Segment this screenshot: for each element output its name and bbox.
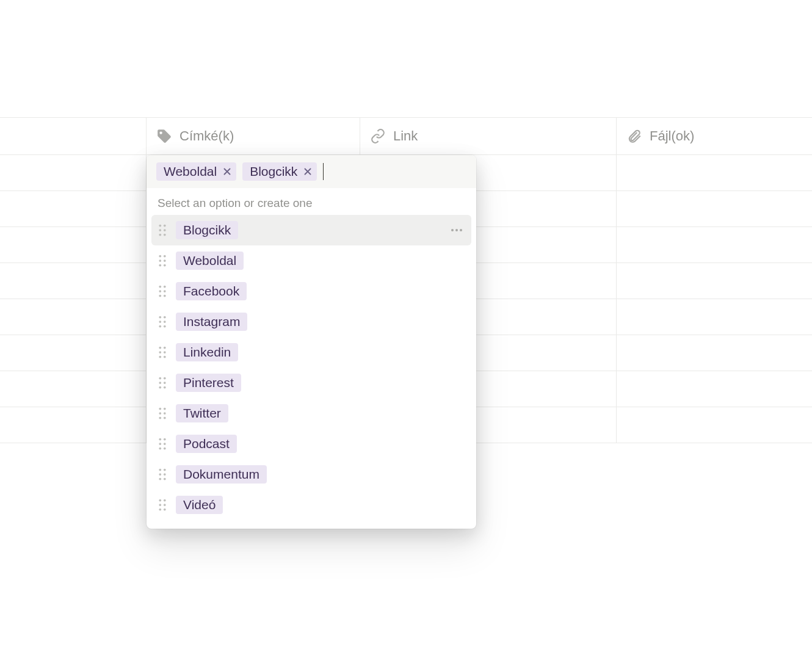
svg-point-15 [159,286,161,288]
svg-point-25 [159,325,161,328]
column-header-files-label: Fájl(ok) [650,128,694,144]
svg-point-22 [164,316,166,319]
drag-handle-icon[interactable] [158,346,167,358]
tag-option-label: Weboldal [176,252,244,270]
tag-option-label: Videó [176,496,223,514]
svg-point-58 [164,499,166,502]
svg-point-24 [164,321,166,323]
svg-point-27 [159,347,161,349]
svg-point-61 [159,509,161,511]
drag-handle-icon[interactable] [158,224,167,236]
svg-point-34 [164,377,166,380]
drag-handle-icon[interactable] [158,316,167,328]
svg-point-10 [164,255,166,258]
svg-point-4 [159,234,161,236]
tag-icon [156,128,172,144]
tag-option[interactable]: Pinterest [151,368,471,398]
tag-option[interactable]: Dokumentum [151,459,471,490]
svg-point-6 [451,229,454,231]
tag-select-input[interactable]: WeboldalBlogcikk [147,155,476,188]
svg-point-53 [159,473,161,476]
selected-tag-label: Blogcikk [250,164,297,179]
drag-handle-icon[interactable] [158,377,167,389]
tag-option-label: Twitter [176,404,228,422]
drag-handle-icon[interactable] [158,407,167,419]
table-header-hidden [0,118,147,154]
svg-point-0 [159,225,161,227]
svg-point-48 [164,443,166,445]
table-header-row: Címké(k) Link Fájl(ok) [0,117,812,155]
svg-point-41 [159,412,161,415]
svg-point-57 [159,499,161,502]
svg-point-52 [164,469,166,471]
drag-handle-icon[interactable] [158,285,167,297]
svg-point-54 [164,473,166,476]
svg-point-50 [164,447,166,450]
svg-point-40 [164,408,166,410]
tag-option[interactable]: Podcast [151,429,471,459]
svg-point-5 [164,234,166,236]
column-header-files[interactable]: Fájl(ok) [617,118,812,154]
more-icon[interactable] [448,222,465,239]
column-header-tags[interactable]: Címké(k) [147,118,360,154]
drag-handle-icon[interactable] [158,438,167,450]
svg-point-33 [159,377,161,380]
close-icon[interactable] [302,166,313,177]
svg-point-62 [164,509,166,511]
svg-point-30 [164,351,166,353]
svg-point-14 [164,264,166,267]
close-icon[interactable] [222,166,233,177]
svg-point-1 [164,225,166,227]
svg-point-46 [164,438,166,441]
svg-point-20 [164,295,166,297]
svg-point-19 [159,295,161,297]
tag-option-label: Podcast [176,435,237,453]
drag-handle-icon[interactable] [158,499,167,511]
svg-point-16 [164,286,166,288]
tag-select-popover: WeboldalBlogcikk Select an option or cre… [147,155,476,529]
tag-select-hint: Select an option or create one [147,188,476,215]
tag-option[interactable]: Videó [151,490,471,520]
svg-point-55 [159,478,161,480]
svg-point-3 [164,229,166,231]
tag-option-list: BlogcikkWeboldalFacebookInstagramLinkedi… [147,215,476,529]
svg-point-56 [164,478,166,480]
tag-option-label: Linkedin [176,343,238,361]
svg-point-36 [164,382,166,384]
svg-point-29 [159,351,161,353]
paperclip-icon [626,128,642,144]
tag-option[interactable]: Facebook [151,276,471,306]
tag-option-label: Blogcikk [176,221,238,239]
svg-point-8 [460,229,462,231]
tag-option[interactable]: Linkedin [151,337,471,368]
svg-point-32 [164,356,166,358]
svg-point-13 [159,264,161,267]
selected-tag-chip: Weboldal [156,162,236,181]
svg-point-49 [159,447,161,450]
column-header-link-label: Link [393,128,418,144]
column-header-link[interactable]: Link [360,118,617,154]
svg-point-23 [159,321,161,323]
svg-point-31 [159,356,161,358]
svg-point-26 [164,325,166,328]
tag-option-label: Facebook [176,282,247,300]
tag-option[interactable]: Twitter [151,398,471,429]
svg-point-18 [164,290,166,292]
svg-point-2 [159,229,161,231]
svg-point-44 [164,417,166,419]
svg-point-7 [455,229,458,231]
tag-option[interactable]: Blogcikk [151,215,471,245]
svg-point-59 [159,504,161,506]
tag-option[interactable]: Weboldal [151,245,471,276]
selected-tag-chip: Blogcikk [242,162,317,181]
svg-point-60 [164,504,166,506]
drag-handle-icon[interactable] [158,468,167,480]
column-header-tags-label: Címké(k) [179,128,234,144]
drag-handle-icon[interactable] [158,255,167,267]
svg-point-28 [164,347,166,349]
link-icon [370,128,386,144]
tag-option[interactable]: Instagram [151,306,471,337]
svg-point-11 [159,259,161,262]
text-cursor [323,163,324,180]
svg-point-38 [164,386,166,389]
